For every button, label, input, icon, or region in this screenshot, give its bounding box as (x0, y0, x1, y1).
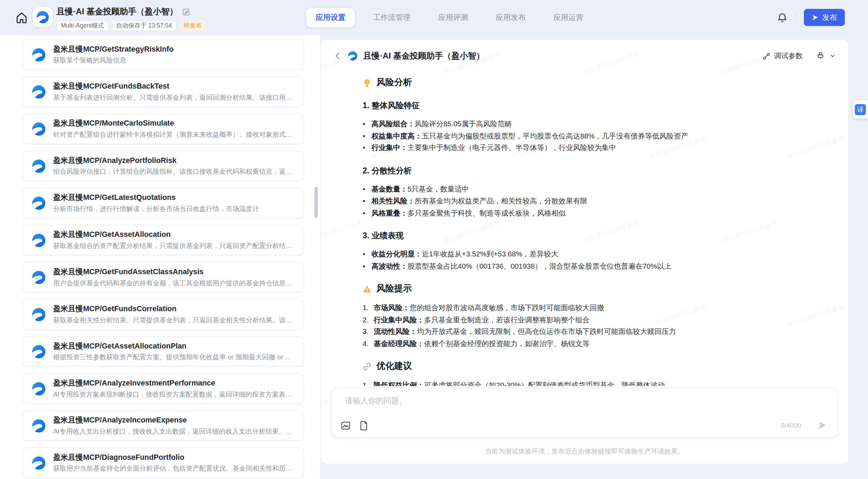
mode-badge: Multi-Agent模式 (56, 21, 108, 31)
tool-description: 用户会提供基金代码和基金的持有金额，该工具会根据用户提供的基金持仓信息，穿透..… (53, 278, 292, 288)
item-text: 多只基金聚焦于科技、制造等成长板块，风格相似 (407, 207, 566, 219)
header-tab[interactable]: 工作流管理 (364, 8, 420, 27)
chat-header: 且慢·AI 基金投顾助手（盈小智） 调试参数 (321, 40, 848, 72)
tool-description: 获取基金组合的资产配置分析结果，只需提供基金列表，只返回资产配置分析结果。该..… (53, 241, 292, 250)
tool-card[interactable]: 盈米且慢MCP/GetAssetAllocationPlan 根据投资三性参数获… (22, 336, 304, 367)
tool-text: 盈米且慢MCP/GetFundAssetClassAnalysis 用户会提供基… (53, 267, 292, 287)
list-marker: • (363, 207, 371, 219)
qieman-logo-icon (31, 381, 46, 396)
report-list: • 基金数量： 5只基金，数量适中 • 相关性风险： 所有基金均为权益类产品，相… (363, 183, 818, 219)
tool-card[interactable]: 盈米且慢MCP/AnalyzeInvestmentPerformance AI专… (22, 373, 304, 404)
item-text: 近1年收益从+3.52%到+53.68%，差异较大 (422, 248, 558, 260)
qieman-logo-icon (31, 344, 46, 359)
qieman-logo-icon (31, 270, 46, 284)
item-lead: 降低权益比例： (374, 379, 424, 386)
tool-card[interactable]: 盈米且慢MCP/DiagnoseFundPortfolio 获取用户当前基金持仓… (22, 448, 304, 478)
tool-card[interactable]: 盈米且慢MCP/GetLatestQuotations 分析市场行情，进行行情解… (22, 188, 304, 218)
image-upload-icon[interactable] (340, 420, 351, 431)
header-tab[interactable]: 应用评测 (429, 8, 478, 27)
tool-text: 盈米且慢MCP/GetFundsCorrelation 获取基金相关性分析结果。… (53, 304, 292, 325)
debug-params-label: 调试参数 (774, 51, 803, 61)
home-icon[interactable] (15, 11, 28, 24)
item-lead: 行业集中风险： (374, 314, 424, 325)
list-item: 1. 市场风险： 您的组合对股市波动高度敏感，市场下跌时可能面临较大回撤 (363, 302, 818, 314)
tool-text: 盈米且慢MCP/GetAssetAllocation 获取基金组合的资产配置分析… (53, 230, 292, 250)
publish-label: 发布 (822, 13, 837, 23)
item-lead: 基金数量： (371, 183, 407, 195)
list-item: 1. 降低权益比例： 可考虑将部分资金（如20-30%）配置到债券型或货币型基金… (363, 379, 818, 386)
file-upload-icon[interactable] (359, 420, 369, 431)
tool-text: 盈米且慢MCP/AnalyzeIncomeExpense AI专用收入支出分析接… (53, 415, 292, 436)
tool-description: AI专用投资方案表现判断接口，接收投资方案配置数据，返回详细的投资方案表现分析.… (53, 390, 292, 399)
plug-icon (762, 52, 771, 60)
header-tab[interactable]: 应用发布 (486, 8, 535, 27)
report-subheading: 3. 业绩表现 (363, 230, 818, 241)
list-item: • 收益分化明显： 近1年收益从+3.52%到+53.68%，差异较大 (363, 248, 818, 260)
item-text: 均为开放式基金，赎回无限制，但高仓位运作在市场下跌时可能面临较大赎回压力 (417, 325, 676, 337)
tool-card[interactable]: 盈米且慢MCP/GetStrategyRiskInfo 获取某个策略的风险信息 (22, 39, 304, 70)
list-item: • 高波动性： 股票型基金占比40%（001736、001938），混合型基金股… (363, 260, 818, 272)
report-list: 1. 市场风险： 您的组合对股市波动高度敏感，市场下跌时可能面临较大回撤 2. … (363, 302, 818, 350)
translate-icon: 译 (855, 104, 866, 115)
publish-button[interactable]: 发布 (804, 9, 845, 26)
list-item: • 权益集中度高： 五只基金均为偏股型或股票型，平均股票仓位高达88%，几乎没有… (363, 130, 818, 142)
tool-name: 盈米且慢MCP/GetLatestQuotations (53, 193, 259, 203)
tool-description: 获取基金相关性分析结果。只需提供基金列表，只返回基金相关性分析结果。该接口分..… (53, 315, 292, 325)
tool-name: 盈米且慢MCP/DiagnoseFundPortfolio (53, 452, 292, 462)
message-input[interactable] (344, 395, 822, 417)
back-icon[interactable] (333, 52, 342, 60)
qieman-logo-icon (31, 84, 46, 99)
list-item: 2. 行业集中风险： 多只基金重仓制造业，若该行业调整将影响整个组合 (363, 314, 818, 325)
item-text: 5只基金，数量适中 (407, 183, 469, 195)
report-subheading: 2. 分散性分析 (363, 165, 818, 176)
translate-float-button[interactable]: 译 (853, 100, 868, 118)
tool-card[interactable]: 盈米且慢MCP/MonteCarloSimulate 针对资产配置组合进行蒙特卡… (22, 113, 304, 144)
clear-context-button[interactable] (816, 52, 836, 60)
tool-card[interactable]: 盈米且慢MCP/AnalyzeIncomeExpense AI专用收入支出分析接… (22, 410, 304, 441)
page-title: 且慢·AI 基金投顾助手（盈小智） (56, 7, 178, 17)
subheading-text: 3. 业绩表现 (363, 231, 404, 240)
item-lead: 高波动性： (371, 260, 407, 272)
tool-card[interactable]: 盈米且慢MCP/GetAssetAllocation 获取基金组合的资产配置分析… (22, 225, 304, 255)
qieman-logo-icon (31, 233, 46, 247)
link-icon (363, 362, 371, 371)
tool-card[interactable]: 盈米且慢MCP/GetFundsBackTest 基于基金列表进行回测分析。只需… (22, 76, 304, 107)
section-title: 风险提示 (377, 283, 412, 294)
tool-text: 盈米且慢MCP/AnalyzeInvestmentPerformance AI专… (53, 378, 292, 399)
tool-card[interactable]: 盈米且慢MCP/GetFundsCorrelation 获取基金相关性分析结果。… (22, 299, 304, 329)
tool-description: 根据投资三性参数获取资产配置方案。提供预期年化收益率 or 预期最大回撤 or … (53, 352, 292, 362)
edit-icon[interactable] (182, 8, 191, 16)
bell-icon[interactable] (777, 12, 788, 23)
debug-params-button[interactable]: 调试参数 (762, 51, 803, 61)
tool-name: 盈米且慢MCP/GetAssetAllocation (53, 230, 292, 240)
list-item: • 风格重叠： 多只基金聚焦于科技、制造等成长板块，风格相似 (363, 207, 818, 219)
list-marker: • (363, 260, 371, 272)
report-section-heading: 风险提示 (363, 283, 818, 294)
qieman-logo-icon (31, 307, 46, 321)
tool-text: 盈米且慢MCP/GetStrategyRiskInfo 获取某个策略的风险信息 (53, 44, 173, 65)
tool-card[interactable]: 盈米且慢MCP/AnalyzePortfolioRisk 组合风险评估接口，计算… (22, 151, 304, 181)
list-marker: 4. (363, 338, 374, 350)
header-tab[interactable]: 应用设置 (306, 8, 355, 27)
report-subheading: 1. 整体风险特征 (363, 100, 818, 111)
item-text: 五只基金均为偏股型或股票型，平均股票仓位高达88%，几乎没有债券等低风险资产 (422, 130, 688, 142)
list-marker: • (363, 142, 371, 154)
environment-note: 当前为测试体验环境，发布后点击体验链接即可体验生产环境效果。 (321, 447, 848, 456)
tool-name: 盈米且慢MCP/AnalyzeIncomeExpense (53, 415, 292, 425)
status-badge: 待发布 (180, 21, 206, 31)
tool-description: 获取某个策略的风险信息 (53, 56, 173, 65)
list-marker: 3. (363, 325, 374, 337)
tool-description: AI专用收入支出分析接口，接收收入支出数据，返回详细的收入支出分析结果。该接口.… (53, 427, 292, 436)
list-item: 3. 流动性风险： 均为开放式基金，赎回无限制，但高仓位运作在市场下跌时可能面临… (363, 325, 818, 337)
list-marker: 2. (363, 314, 374, 325)
assistant-message: 风险分析 1. 整体风险特征 • 高风险组合： 风险评分85.05属于高风险范畴… (363, 74, 818, 386)
qieman-logo-icon (31, 121, 46, 136)
warning-icon (363, 284, 371, 293)
sidebar-scrollbar-thumb[interactable] (315, 187, 318, 218)
send-message-icon[interactable] (817, 420, 828, 431)
tool-card[interactable]: 盈米且慢MCP/GetFundAssetClassAnalysis 用户会提供基… (22, 262, 304, 292)
send-icon (812, 14, 819, 21)
header-tab[interactable]: 应用运营 (544, 8, 593, 27)
tool-name: 盈米且慢MCP/GetAssetAllocationPlan (53, 341, 292, 351)
item-text: 股票型基金占比40%（001736、001938），混合型基金股票仓位也普遍在7… (407, 260, 671, 272)
